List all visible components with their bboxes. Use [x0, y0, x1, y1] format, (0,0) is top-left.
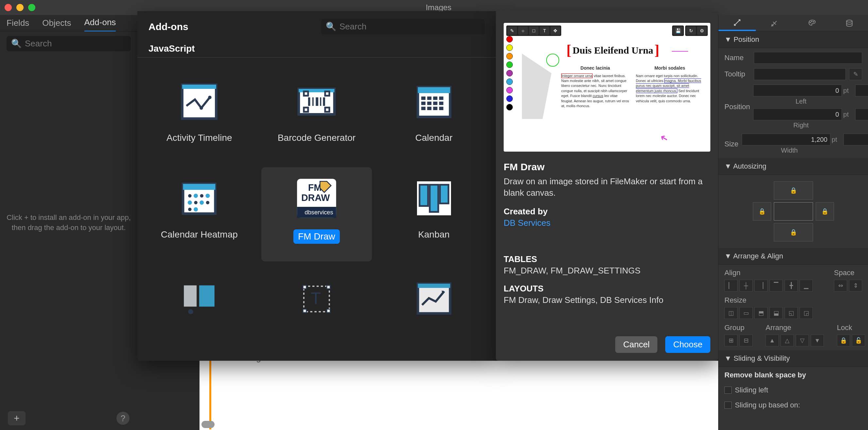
addons-search-input[interactable]	[339, 22, 480, 32]
addon-kanban[interactable]: Kanban	[378, 167, 489, 261]
swatch-black	[506, 104, 513, 110]
ungroup-button[interactable]: ⊟	[740, 335, 752, 346]
lock-label: Lock	[837, 324, 865, 332]
addon-calendar-heatmap[interactable]: Calendar Heatmap	[144, 167, 255, 261]
resize-largest[interactable]: ◲	[800, 307, 813, 319]
anchor-left[interactable]: 🔒	[753, 202, 771, 221]
minimize-window-button[interactable]	[17, 4, 24, 11]
svg-rect-26	[183, 184, 216, 190]
inspector-section-sliding[interactable]: ▼ Sliding & Visibility	[718, 350, 868, 367]
position-left-input[interactable]	[753, 85, 842, 96]
align-center-v-button[interactable]: ╋	[784, 280, 798, 292]
inspector-section-arrange[interactable]: ▼ Arrange & Align	[718, 248, 868, 265]
layout-canvas[interactable]	[199, 361, 718, 430]
addon-partial-3[interactable]	[378, 268, 489, 348]
distribute-h-button[interactable]: ⇔	[834, 280, 847, 292]
svg-rect-22	[427, 107, 431, 110]
unlock-button[interactable]: 🔓	[852, 335, 865, 346]
generic-addon-icon	[175, 274, 224, 324]
addon-activity-timeline[interactable]: Activity Timeline	[144, 71, 255, 161]
tab-addons[interactable]: Add-ons	[84, 14, 116, 32]
left-search[interactable]: 🔍	[6, 36, 131, 51]
cancel-button[interactable]: Cancel	[615, 336, 657, 353]
left-panel: 🔍 Click + to install an add-on in your a…	[0, 31, 137, 430]
size-height-input[interactable]	[843, 134, 868, 145]
space-label: Space	[834, 269, 862, 277]
svg-point-28	[194, 194, 198, 198]
preview-tool-square: □	[529, 27, 539, 35]
position-bottom-input[interactable]	[855, 108, 868, 120]
edit-tooltip-button[interactable]: ✎	[849, 68, 862, 80]
swatch-magenta	[506, 87, 513, 94]
resize-largest-height[interactable]: ⬓	[770, 307, 783, 319]
tab-objects[interactable]: Objects	[42, 15, 71, 31]
svg-rect-13	[421, 96, 426, 100]
detail-author-link[interactable]: DB Services	[504, 218, 710, 228]
anchor-top[interactable]: 🔒	[774, 181, 813, 200]
sliding-up-checkbox[interactable]: Sliding up based on:	[724, 401, 862, 409]
svg-rect-10	[323, 97, 325, 106]
bring-forward-button[interactable]: △	[781, 335, 794, 346]
swatch-purple	[506, 70, 513, 76]
svg-rect-51	[303, 285, 306, 289]
align-center-h-button[interactable]: ┼	[740, 280, 752, 292]
inspector-name-input[interactable]	[754, 52, 862, 64]
addon-fm-draw[interactable]: FMDRAWdbservices FM Draw	[261, 167, 372, 261]
swatch-red	[506, 36, 513, 42]
distribute-v-button[interactable]: ⇕	[849, 280, 862, 292]
position-right-input[interactable]	[753, 108, 842, 120]
inspector-size-label: Size	[724, 140, 739, 148]
tab-fields[interactable]: Fields	[6, 15, 29, 31]
svg-point-62	[846, 20, 852, 22]
resize-smallest-height[interactable]: ⬒	[754, 307, 768, 319]
svg-point-31	[188, 201, 192, 205]
anchor-right[interactable]: 🔒	[816, 202, 834, 221]
close-window-button[interactable]	[5, 4, 12, 11]
resize-smallest-width[interactable]: ◫	[724, 307, 738, 319]
svg-text:T: T	[311, 289, 321, 308]
position-top-input[interactable]	[855, 85, 868, 96]
left-search-input[interactable]	[25, 39, 131, 49]
inspector-section-autosizing[interactable]: ▼ Autosizing	[718, 158, 868, 175]
align-right-button[interactable]: ▕	[754, 280, 768, 292]
send-backward-button[interactable]: ▽	[796, 335, 809, 346]
svg-point-34	[206, 201, 209, 204]
addon-partial-2[interactable]: T	[261, 268, 372, 348]
anchor-bottom[interactable]: 🔒	[774, 223, 813, 241]
svg-rect-17	[421, 102, 426, 105]
calendar-icon	[409, 77, 459, 126]
align-top-button[interactable]: ▔	[770, 280, 783, 292]
resize-smallest[interactable]: ◱	[784, 307, 798, 319]
align-left-button[interactable]: ▏	[724, 280, 738, 292]
add-button[interactable]: +	[8, 411, 26, 425]
fm-draw-icon: FMDRAWdbservices	[292, 174, 341, 223]
send-back-button[interactable]: ▼	[811, 335, 824, 346]
inspector-tooltip-label: Tooltip	[724, 70, 751, 78]
lock-button[interactable]: 🔒	[837, 335, 850, 346]
help-button[interactable]: ?	[117, 412, 129, 425]
inspector-tab-appearance[interactable]	[794, 15, 831, 31]
align-bottom-button[interactable]: ▁	[800, 280, 813, 292]
svg-rect-45	[430, 185, 438, 212]
inspector-tab-data[interactable]	[831, 15, 868, 31]
detail-tables-label: TABLES	[504, 254, 710, 264]
install-hint: Click + to install an add-on in your app…	[0, 213, 137, 233]
horizontal-scrollbar[interactable]	[202, 421, 215, 428]
addon-calendar[interactable]: Calendar	[378, 71, 489, 161]
sliding-left-checkbox[interactable]: Sliding left	[724, 386, 862, 394]
svg-text:DRAW: DRAW	[301, 193, 330, 203]
addon-barcode-generator[interactable]: Barcode Generator	[261, 71, 372, 161]
svg-rect-46	[440, 185, 448, 203]
zoom-window-button[interactable]	[28, 4, 35, 11]
group-button[interactable]: ⊞	[724, 335, 738, 346]
inspector-section-position[interactable]: ▼ Position	[718, 31, 868, 48]
size-width-input[interactable]	[742, 134, 830, 145]
inspector-tab-styles[interactable]	[756, 15, 793, 31]
choose-button[interactable]: Choose	[665, 336, 710, 353]
addon-partial-1[interactable]	[144, 268, 255, 348]
inspector-tab-position[interactable]	[718, 15, 756, 31]
addons-search[interactable]: 🔍	[321, 19, 485, 34]
bring-front-button[interactable]: ▲	[766, 335, 779, 346]
inspector-tooltip-input[interactable]	[754, 68, 846, 80]
resize-largest-width[interactable]: ▭	[740, 307, 752, 319]
